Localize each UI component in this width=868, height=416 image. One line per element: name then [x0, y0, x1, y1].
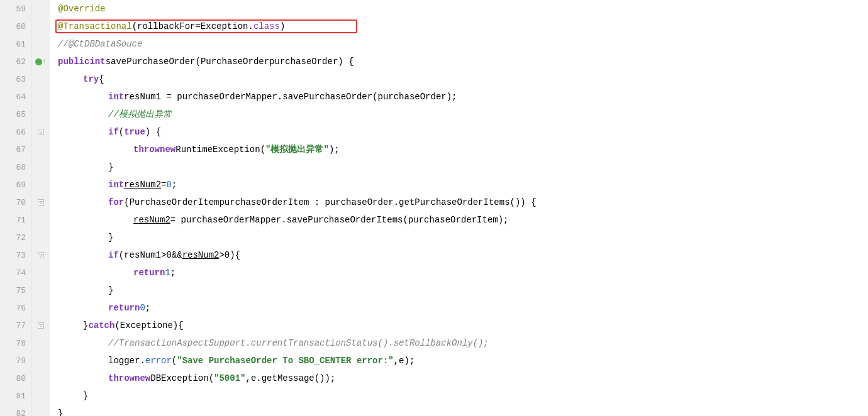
purchaseorder-type: PurchaseOrder — [201, 57, 269, 67]
line-num-70: 70 — [0, 194, 31, 211]
for-kw: for — [108, 197, 124, 207]
code-line-78: //TransactionAspectSupport.currentTransa… — [50, 334, 868, 352]
gutter-area: ↑ ▽ ▽ ▽ — [31, 0, 50, 416]
string-67: "模拟抛出异常" — [265, 144, 329, 155]
code-line-72: } — [50, 229, 868, 246]
code-content: @Override @Transactional(rollbackFor = E… — [50, 0, 868, 416]
code-editor: 59 60 61 62 63 64 65 66 67 68 69 70 71 7… — [0, 0, 868, 416]
code-line-69: int resNum2 = 0; — [50, 176, 868, 194]
transactional-annotation: @Transactional — [58, 21, 132, 31]
fold-icon-77[interactable]: ▽ — [38, 322, 44, 329]
gutter-66[interactable]: ▽ — [31, 123, 50, 141]
string-79: "Save PurchaseOrder To SBO_CENTER error:… — [177, 356, 393, 366]
gutter-72 — [31, 229, 50, 246]
code-line-73: if(resNum1>0&&resNum2>0){ — [50, 246, 868, 264]
zero-val: 0 — [166, 180, 171, 190]
fold-icon-70[interactable]: ▽ — [38, 199, 44, 205]
line-num-60: 60 — [0, 18, 31, 35]
line-numbers: 59 60 61 62 63 64 65 66 67 68 69 70 71 7… — [0, 0, 31, 416]
class-field: class — [253, 21, 280, 31]
try-kw: try — [83, 74, 99, 84]
equals-sign: = — [195, 21, 200, 31]
code-line-77: }catch(Exception e){ — [50, 317, 868, 334]
gutter-64 — [31, 88, 50, 106]
int-kw-64: int — [108, 92, 124, 102]
string-80a: "5001" — [214, 373, 245, 383]
throw-kw: throw — [133, 145, 160, 155]
code-line-81: } — [50, 387, 868, 405]
code-line-62: public int savePurchaseOrder(PurchaseOrd… — [50, 53, 868, 70]
code-line-70: for (PurchaseOrderItem purchaseOrderItem… — [50, 194, 868, 211]
code-line-71: resNum2 = purchaseOrderMapper.savePurcha… — [50, 211, 868, 229]
line-num-68: 68 — [0, 158, 31, 176]
code-line-75: } — [50, 282, 868, 299]
code-line-64: int resNum1 = purchaseOrderMapper.savePu… — [50, 88, 868, 106]
gutter-73[interactable]: ▽ — [31, 246, 50, 264]
line-num-81: 81 — [0, 387, 31, 405]
line-num-71: 71 — [0, 211, 31, 229]
resnum2-assign: resNum2 — [133, 215, 170, 225]
zero-val-76: 0 — [140, 303, 145, 313]
fold-icon-66[interactable]: ▽ — [38, 129, 44, 135]
line-num-63: 63 — [0, 70, 31, 88]
purchaseorderitem-type: PurchaseOrderItem — [130, 197, 220, 207]
gutter-74 — [31, 264, 50, 282]
line-num-75: 75 — [0, 282, 31, 299]
gutter-78 — [31, 334, 50, 352]
return-kw-76: return — [108, 303, 140, 313]
one-val: 1 — [165, 268, 170, 278]
logger-ref: logger. — [108, 356, 145, 366]
throw-kw-80: throw — [108, 373, 135, 383]
gutter-76 — [31, 299, 50, 317]
code-line-76: return 0; — [50, 299, 868, 317]
transaction-comment: //TransactionAspectSupport.currentTransa… — [108, 338, 489, 348]
if-kw-66: if — [108, 127, 119, 137]
green-dot-icon: ↑ — [35, 58, 47, 65]
line-num-78: 78 — [0, 334, 31, 352]
if-kw-73: if — [108, 250, 119, 260]
gutter-61 — [31, 35, 50, 53]
line-num-64: 64 — [0, 88, 31, 106]
gutter-59 — [31, 0, 50, 18]
override-annotation: @Override — [58, 4, 106, 14]
code-line-74: return 1; — [50, 264, 868, 282]
rollback-param: rollbackFor — [137, 21, 195, 31]
gutter-69 — [31, 176, 50, 194]
line-num-59: 59 — [0, 0, 31, 18]
exception-type: Exception — [120, 320, 168, 331]
code-line-82: } — [50, 405, 868, 416]
new-kw-80: new — [135, 373, 150, 383]
line-num-72: 72 — [0, 229, 31, 246]
simulate-comment: //模拟抛出异常 — [108, 109, 172, 120]
gutter-70[interactable]: ▽ — [31, 194, 50, 211]
code-line-60: @Transactional(rollbackFor = Exception.c… — [50, 18, 868, 35]
line-num-69: 69 — [0, 176, 31, 194]
line-num-76: 76 — [0, 299, 31, 317]
gutter-60 — [31, 18, 50, 35]
new-kw-67: new — [160, 145, 175, 155]
gutter-79 — [31, 352, 50, 369]
line-num-67: 67 — [0, 141, 31, 158]
line-num-79: 79 — [0, 352, 31, 369]
code-line-65: //模拟抛出异常 — [50, 106, 868, 123]
gutter-80 — [31, 369, 50, 387]
catch-kw: catch — [88, 320, 114, 331]
true-val: true — [124, 127, 145, 137]
line-num-61: 61 — [0, 35, 31, 53]
code-line-66: if (true) { — [50, 123, 868, 141]
gutter-65 — [31, 106, 50, 123]
code-line-61: //@CtDBDataSouce — [50, 35, 868, 53]
ctdb-comment: //@CtDBDataSouce — [58, 39, 142, 49]
line-num-65: 65 — [0, 106, 31, 123]
line-num-82: 82 — [0, 405, 31, 416]
line-num-74: 74 — [0, 264, 31, 282]
gutter-77[interactable]: ▽ — [31, 317, 50, 334]
gutter-75 — [31, 282, 50, 299]
gutter-67 — [31, 141, 50, 158]
line-num-77: 77 — [0, 317, 31, 334]
public-kw: public — [58, 57, 89, 67]
fold-icon-73[interactable]: ▽ — [38, 252, 44, 258]
paren-close: ) — [280, 21, 285, 31]
paren-open: ( — [132, 21, 137, 31]
resnum2-ref: resNum2 — [182, 250, 220, 260]
